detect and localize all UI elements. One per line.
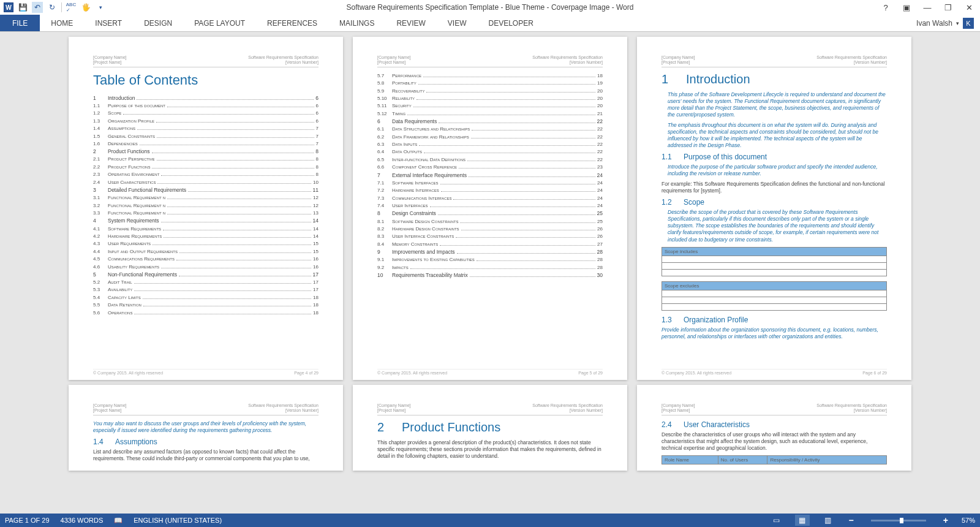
toc-entry[interactable]: 9Improvements and Impacts28 (377, 248, 603, 256)
status-proofing-icon[interactable]: 📖 (114, 517, 123, 525)
save-icon[interactable]: 💾 (17, 2, 28, 13)
toc-entry[interactable]: 9.2Impacts28 (377, 264, 603, 271)
qat-customize-icon[interactable]: ▾ (95, 2, 106, 13)
tab-view[interactable]: VIEW (437, 15, 478, 31)
toc-entry[interactable]: 1Introduction6 (93, 94, 318, 102)
toc-entry[interactable]: 5Non-Functional Requirements17 (93, 271, 318, 279)
zoom-in-button[interactable]: + (941, 515, 951, 525)
restore-icon[interactable]: ❐ (941, 3, 956, 12)
undo-icon[interactable]: ↶ (32, 2, 43, 13)
page-8[interactable]: [Company Name][Project Name] Software Re… (353, 385, 627, 471)
toc-entry[interactable]: 7.3Communications Interfaces24 (377, 195, 603, 202)
toc-entry[interactable]: 3.1Functional Requirement n12 (93, 194, 318, 202)
toc-entry[interactable]: 8.4Memory Constraints27 (377, 241, 603, 248)
toc-entry[interactable]: 6Data Requirements22 (377, 118, 603, 126)
page-6[interactable]: [Company Name][Project Name] Software Re… (637, 37, 911, 380)
toc-entry[interactable]: 5.12Timing21 (377, 110, 603, 118)
ribbon-display-icon[interactable]: ▣ (899, 3, 914, 12)
toc-entry[interactable]: 5.7Performance18 (377, 72, 603, 80)
toc-entry[interactable]: 8.1Software Design Constraints25 (377, 218, 603, 226)
zoom-slider[interactable] (871, 520, 926, 521)
redo-icon[interactable]: ↻ (47, 2, 58, 13)
user-menu[interactable]: Ivan Walsh ▾ K (916, 18, 974, 29)
toc-entry[interactable]: 7.2Hardware Interfaces24 (377, 187, 603, 194)
toc-entry[interactable]: 4.6Usability Requirements16 (93, 264, 318, 271)
status-words[interactable]: 4336 WORDS (61, 517, 104, 524)
toc-entry[interactable]: 7.1Software Interfaces24 (377, 180, 603, 187)
zoom-level[interactable]: 57% (962, 517, 975, 524)
tab-developer[interactable]: DEVELOPER (477, 15, 544, 31)
tab-home[interactable]: HOME (40, 15, 84, 31)
tab-page-layout[interactable]: PAGE LAYOUT (183, 15, 256, 31)
toc-entry[interactable]: 4.2Hardware Requirements14 (93, 233, 318, 240)
tab-mailings[interactable]: MAILINGS (328, 15, 385, 31)
close-icon[interactable]: ✕ (962, 3, 976, 12)
section-1-title: 1Introduction (662, 72, 887, 86)
status-language[interactable]: ENGLISH (UNITED STATES) (134, 517, 222, 524)
toc-entry[interactable]: 6.4Data Outputs22 (377, 148, 603, 156)
toc-title: Table of Contents (93, 72, 318, 88)
tab-design[interactable]: DESIGN (133, 15, 183, 31)
toc-entry[interactable]: 5.9Recoverability20 (377, 88, 603, 95)
toc-entry[interactable]: 2Product Functions8 (93, 148, 318, 156)
toc-entry[interactable]: 5.3Availability17 (93, 286, 318, 294)
toc-entry[interactable]: 4.4Input and Output Requirements15 (93, 248, 318, 256)
ribbon-menu: FILEHOMEINSERTDESIGNPAGE LAYOUTREFERENCE… (0, 15, 980, 32)
toc-entry[interactable]: 2.1Product Perspective8 (93, 156, 318, 163)
toc-entry[interactable]: 2.4User Characteristics10 (93, 179, 318, 186)
toc-entry[interactable]: 1.2Scope6 (93, 110, 318, 117)
page-5[interactable]: [Company Name][Project Name] Software Re… (353, 37, 627, 380)
toc-entry[interactable]: 4.1Software Requirements14 (93, 226, 318, 233)
toc-entry[interactable]: 10Requirements Traceability Matrix30 (377, 271, 603, 279)
toc-list-1: 1Introduction61.1Purpose of this documen… (93, 94, 318, 317)
toc-entry[interactable]: 2.3Operating Environment8 (93, 171, 318, 178)
tab-references[interactable]: REFERENCES (256, 15, 328, 31)
toc-entry[interactable]: 5.8Portability19 (377, 80, 603, 87)
page-4[interactable]: [Company Name][Project Name] Software Re… (69, 37, 343, 380)
toc-entry[interactable]: 4.3User Requirements15 (93, 240, 318, 248)
toc-entry[interactable]: 4System Requirements14 (93, 217, 318, 225)
toc-entry[interactable]: 3.3Functional Requirement n13 (93, 210, 318, 217)
toc-entry[interactable]: 6.6Component Cross Reference23 (377, 164, 603, 171)
toc-entry[interactable]: 3Detailed Functional Requirements11 (93, 186, 318, 194)
tab-review[interactable]: REVIEW (385, 15, 436, 31)
toc-entry[interactable]: 7.4User Interfaces24 (377, 202, 603, 210)
touch-mode-icon[interactable]: 🖐 (80, 2, 91, 13)
toc-entry[interactable]: 6.2Data Framework and Relationships22 (377, 134, 603, 141)
read-mode-icon[interactable]: ▭ (769, 515, 784, 526)
toc-entry[interactable]: 5.2Audit Trail17 (93, 279, 318, 286)
toc-entry[interactable]: 6.5Inter-functional Data Definitions22 (377, 156, 603, 164)
toc-entry[interactable]: 3.2Functional Requirement n12 (93, 202, 318, 210)
toc-entry[interactable]: 2.2Product Functions8 (93, 164, 318, 171)
print-layout-icon[interactable]: ▦ (795, 515, 810, 526)
toc-entry[interactable]: 5.10Reliability20 (377, 95, 603, 102)
toc-entry[interactable]: 1.1Purpose of this document6 (93, 102, 318, 110)
tab-insert[interactable]: INSERT (84, 15, 133, 31)
toc-entry[interactable]: 9.1Improvements to Existing Capabilities… (377, 256, 603, 264)
toc-entry[interactable]: 8.2Hardware Design Constraints26 (377, 226, 603, 233)
spelling-icon[interactable]: ABC✓ (66, 2, 77, 13)
document-area[interactable]: [Company Name][Project Name] Software Re… (0, 32, 980, 514)
toc-entry[interactable]: 1.3Organization Profile6 (93, 118, 318, 125)
toc-entry[interactable]: 5.5Data Retention18 (93, 301, 318, 309)
tab-file[interactable]: FILE (0, 15, 40, 31)
toc-entry[interactable]: 5.4Capacity Limits18 (93, 294, 318, 301)
status-page[interactable]: PAGE 1 OF 29 (5, 517, 50, 524)
toc-entry[interactable]: 4.5Communications Requirements16 (93, 256, 318, 263)
minimize-icon[interactable]: ― (920, 3, 935, 12)
toc-entry[interactable]: 1.6Dependencies7 (93, 140, 318, 148)
toc-entry[interactable]: 5.11Security20 (377, 102, 603, 110)
toc-entry[interactable]: 5.6Operations18 (93, 309, 318, 317)
toc-entry[interactable]: 7External Interface Requirements24 (377, 172, 603, 180)
zoom-out-button[interactable]: − (846, 515, 856, 525)
toc-entry[interactable]: 8Design Constraints25 (377, 210, 603, 218)
page-10[interactable]: [Company Name][Project Name] Software Re… (637, 385, 911, 471)
page-7[interactable]: [Company Name][Project Name] Software Re… (69, 385, 343, 471)
toc-entry[interactable]: 1.4Assumptions7 (93, 125, 318, 132)
toc-entry[interactable]: 6.3Data Inputs22 (377, 141, 603, 148)
help-icon[interactable]: ? (878, 3, 893, 12)
toc-entry[interactable]: 6.1Data Structures and Relationships22 (377, 126, 603, 133)
web-layout-icon[interactable]: ▥ (821, 515, 835, 526)
toc-entry[interactable]: 1.5General Constraints7 (93, 133, 318, 140)
toc-entry[interactable]: 8.3User Interface Constraints26 (377, 233, 603, 240)
